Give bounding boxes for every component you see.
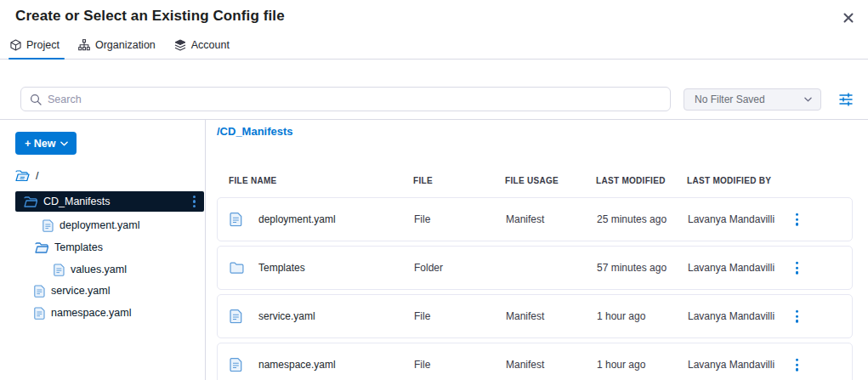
row-actions-menu-icon[interactable] [792,257,802,280]
file-name: service.yaml [258,310,315,322]
row-actions-menu-icon[interactable] [792,208,802,231]
tab-organization[interactable]: Organization [77,37,161,59]
layers-icon [174,39,186,51]
file-icon [34,307,45,320]
file-icon [43,219,54,232]
chevron-down-icon [804,97,812,102]
tab-account-label: Account [191,39,230,51]
folder-icon [230,262,244,274]
column-header-last-modified: LAST MODIFIED [596,176,666,185]
file-usage: Manifest [506,213,544,225]
file-icon [230,358,242,372]
tab-organization-label: Organization [95,39,156,51]
file-usage: Manifest [506,359,544,371]
folder-icon [24,196,37,207]
search-box [20,87,671,111]
tree-item-root[interactable]: / [15,166,38,186]
column-header-last-modified-by: LAST MODIFIED BY [687,176,771,185]
tab-project[interactable]: Project [9,37,65,59]
table-row-namespace-yaml[interactable]: namespace.yaml File Manifest 1 hour ago … [217,343,853,380]
folder-open-icon [15,170,30,182]
last-modified: 1 hour ago [597,310,645,322]
table-row-deployment-yaml[interactable]: deployment.yaml File Manifest 25 minutes… [217,197,853,241]
tree-item-label: namespace.yaml [51,307,132,319]
last-modified: 25 minutes ago [597,213,667,225]
tree-item-cd-manifests[interactable]: CD_Manifests [15,191,204,212]
new-button[interactable]: + New [15,132,77,155]
file-type: File [414,213,430,225]
tree-item-deployment-yaml[interactable]: deployment.yaml [43,215,140,235]
tree-item-service-yaml[interactable]: service.yaml [34,281,110,301]
tree-item-templates[interactable]: Templates [35,237,103,258]
tree-item-namespace-yaml[interactable]: namespace.yaml [34,303,132,323]
last-modified-by: Lavanya Mandavilli [688,213,774,225]
file-icon [54,264,65,276]
column-header-file-name: FILE NAME [229,176,277,185]
tree-item-label: service.yaml [51,285,110,297]
tab-account[interactable]: Account [173,37,235,59]
file-type: File [414,359,430,371]
table-row-templates[interactable]: Templates Folder 57 minutes ago Lavanya … [217,246,853,290]
row-actions-menu-icon[interactable] [792,354,802,377]
breadcrumb[interactable]: /CD_Manifests [217,125,293,138]
file-list-panel: /CD_Manifests FILE NAME FILE FILE USAGE … [207,120,868,380]
new-button-label: + New [25,138,55,150]
file-icon [230,309,242,324]
last-modified-by: Lavanya Mandavilli [688,262,774,274]
tree-item-values-yaml[interactable]: values.yaml [54,259,127,280]
filter-sliders-icon[interactable] [837,90,855,109]
column-header-file-usage: FILE USAGE [505,176,559,185]
saved-filter-dropdown[interactable]: No Filter Saved [684,88,821,111]
file-icon [230,213,242,227]
table-row-service-yaml[interactable]: service.yaml File Manifest 1 hour ago La… [217,294,853,338]
last-modified-by: Lavanya Mandavilli [688,310,774,322]
page-title: Create or Select an Existing Config file [15,8,285,25]
folder-open-icon [35,242,48,253]
row-actions-menu-icon[interactable] [792,305,802,328]
tree-item-label: deployment.yaml [60,219,140,231]
last-modified-by: Lavanya Mandavilli [688,359,774,371]
close-icon[interactable] [839,9,858,27]
chevron-down-icon [60,141,68,146]
scope-tabs: Project Organization Account [0,37,868,60]
last-modified: 57 minutes ago [597,262,667,274]
tree-item-label: values.yaml [71,264,127,275]
file-usage: Manifest [506,310,544,322]
file-type: File [414,310,430,322]
table-body: deployment.yaml File Manifest 25 minutes… [217,197,853,380]
search-icon [30,94,42,105]
file-name: Templates [258,262,305,274]
file-name: namespace.yaml [258,359,336,371]
saved-filter-value: No Filter Saved [695,94,765,105]
file-type: Folder [414,262,443,274]
tree-item-menu[interactable] [193,196,196,208]
tab-project-label: Project [26,39,60,51]
hierarchy-icon [78,39,90,51]
search-input[interactable] [48,88,670,111]
file-icon [34,285,45,298]
tree-item-label: Templates [54,241,103,253]
table-header: FILE NAME FILE FILE USAGE LAST MODIFIED … [207,176,868,188]
tree-item-label: CD_Manifests [43,196,111,207]
file-tree-sidebar: + New / CD_Manifests deployment.yaml Tem… [0,120,206,380]
tree-item-label: / [36,170,38,182]
cube-icon [10,39,21,51]
column-header-file: FILE [413,176,433,185]
file-name: deployment.yaml [258,213,336,225]
last-modified: 1 hour ago [597,359,645,371]
